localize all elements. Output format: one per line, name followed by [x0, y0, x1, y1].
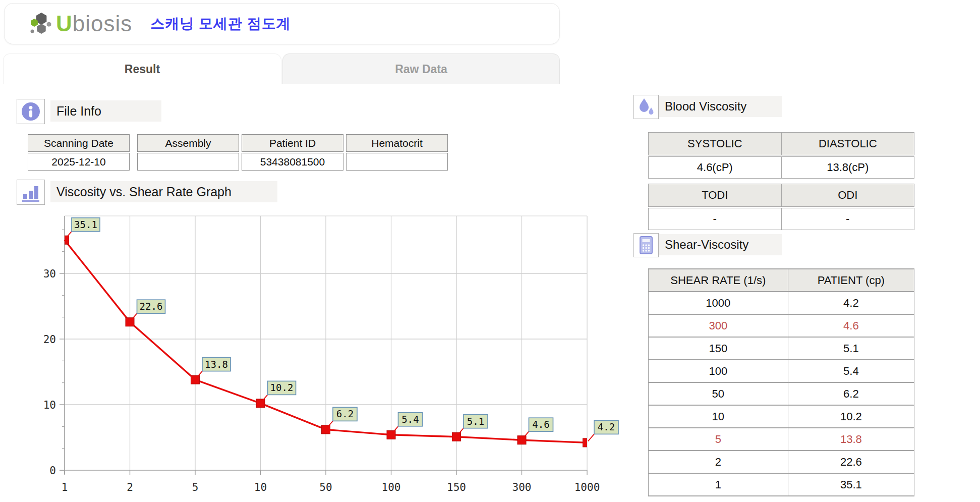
data-point-label: 35.1: [74, 219, 97, 230]
y-tick-label: 30: [43, 268, 56, 280]
tab-result[interactable]: Result: [3, 53, 281, 84]
y-tick-label: 20: [43, 333, 56, 346]
shear-viscosity-table: SHEAR RATE (1/s) PATIENT (cp) 10004.2300…: [648, 268, 914, 496]
data-point-marker: [517, 436, 526, 444]
shear-rate-cell: 2: [649, 451, 788, 473]
shear-rate-cell: 50: [649, 382, 788, 405]
data-point-marker: [583, 438, 592, 447]
patient-viscosity-cell: 5.1: [788, 337, 914, 360]
shear-table-row: 1010.2: [649, 405, 914, 428]
data-point-label: 6.2: [336, 408, 354, 419]
file-info-field-assembly: Assembly: [137, 134, 239, 171]
shear-table-row: 222.6: [649, 451, 914, 473]
diastolic-header: DIASTOLIC: [781, 133, 914, 155]
x-tick-label: 10: [254, 481, 267, 493]
shear-table-row: 135.1: [649, 473, 914, 496]
shear-viscosity-iconbox: [633, 233, 659, 257]
systolic-header: SYSTOLIC: [649, 133, 781, 155]
data-point-marker: [452, 432, 461, 441]
data-point-marker: [61, 236, 69, 244]
x-tick-label: 5: [192, 481, 199, 493]
data-point-marker: [256, 399, 265, 408]
y-tick-label: 10: [43, 399, 56, 411]
ubiosis-logo-icon: [28, 10, 55, 37]
data-point-label: 10.2: [270, 382, 294, 393]
file-info-iconbox: [17, 99, 45, 124]
patient-column-header: PATIENT (cp): [788, 269, 914, 292]
field-label: Patient ID: [242, 134, 343, 152]
patient-viscosity-cell: 4.6: [788, 314, 914, 337]
calculator-icon: [635, 235, 657, 256]
odi-value: -: [781, 208, 914, 230]
x-tick-label: 150: [447, 481, 466, 493]
data-point-marker: [191, 375, 200, 384]
systolic-value: 4.6(cP): [649, 157, 781, 178]
blood-viscosity-iconbox: [633, 95, 659, 119]
logo: Ubiosis: [28, 10, 132, 37]
blood-drops-icon: [635, 96, 657, 118]
blood-viscosity-table-1: SYSTOLIC DIASTOLIC 4.6(cP) 13.8(cP): [648, 132, 914, 179]
field-value: 53438081500: [242, 153, 343, 171]
shear-rate-cell: 300: [649, 314, 788, 337]
file-info-field-hematocrit: Hematocrit: [346, 134, 448, 171]
shear-table-row: 506.2: [649, 382, 914, 405]
shear-rate-cell: 1000: [649, 292, 788, 314]
file-info-section-title: File Info: [50, 100, 161, 122]
shear-rate-cell: 150: [649, 337, 788, 360]
x-tick-label: 100: [382, 481, 401, 493]
field-label: Scanning Date: [28, 134, 130, 152]
field-label: Hematocrit: [346, 134, 448, 152]
app-window: Ubiosis 스캐닝 모세관 점도계 Result Raw Data File…: [0, 0, 980, 502]
blood-viscosity-section-title: Blood Viscosity: [659, 96, 782, 117]
patient-viscosity-cell: 4.2: [788, 292, 914, 314]
y-tick-label: 0: [49, 465, 56, 477]
blood-viscosity-table-2: TODI ODI - -: [648, 184, 914, 230]
x-tick-label: 1000: [574, 481, 600, 493]
brand-text: Ubiosis: [56, 11, 132, 36]
app-title: 스캐닝 모세관 점도계: [150, 14, 291, 33]
info-icon: [19, 100, 42, 123]
shear-table-row: 1505.1: [649, 337, 914, 360]
file-info-field-patient-id: Patient ID 53438081500: [242, 134, 343, 171]
todi-value: -: [649, 208, 781, 230]
label-leader-line: [588, 434, 594, 441]
shear-table-row: 10004.2: [649, 292, 914, 314]
shear-table-row: 513.8: [649, 428, 914, 451]
shear-rate-cell: 10: [649, 405, 788, 428]
todi-header: TODI: [649, 184, 781, 206]
x-tick-label: 2: [127, 481, 133, 493]
patient-viscosity-cell: 22.6: [788, 451, 914, 473]
patient-viscosity-cell: 6.2: [788, 382, 914, 405]
data-point-marker: [126, 318, 134, 326]
data-point-marker: [322, 425, 330, 434]
graph-iconbox: [17, 180, 45, 205]
brand-rest: biosis: [73, 11, 133, 36]
file-info-field-scanning-date: Scanning Date 2025-12-10: [28, 134, 130, 171]
data-point-label: 5.1: [467, 416, 484, 427]
graph-section-title: Viscosity vs. Shear Rate Graph: [50, 181, 277, 202]
x-tick-label: 50: [319, 481, 332, 493]
field-value: [346, 153, 448, 171]
shear-rate-cell: 1: [649, 473, 788, 496]
data-point-label: 5.4: [401, 414, 419, 425]
shear-rate-column-header: SHEAR RATE (1/s): [649, 269, 788, 292]
data-point-label: 4.2: [598, 421, 615, 432]
diastolic-value: 13.8(cP): [781, 157, 914, 178]
odi-header: ODI: [781, 184, 914, 206]
field-value: [137, 153, 239, 171]
data-point-marker: [387, 430, 395, 439]
field-label: Assembly: [137, 134, 239, 152]
field-value: 2025-12-10: [28, 153, 130, 171]
tab-raw-data[interactable]: Raw Data: [282, 53, 560, 84]
data-point-label: 13.8: [205, 359, 228, 370]
patient-viscosity-cell: 13.8: [788, 428, 914, 451]
shear-table-row: 1005.4: [649, 360, 914, 382]
patient-viscosity-cell: 5.4: [788, 360, 914, 382]
shear-viscosity-section-title: Shear-Viscosity: [659, 234, 782, 255]
x-tick-label: 300: [512, 481, 532, 493]
patient-viscosity-cell: 35.1: [788, 473, 914, 496]
data-point-label: 4.6: [532, 419, 549, 430]
data-point-label: 22.6: [140, 301, 163, 312]
brand-first-letter: U: [56, 11, 73, 36]
header: Ubiosis 스캐닝 모세관 점도계: [4, 3, 560, 44]
